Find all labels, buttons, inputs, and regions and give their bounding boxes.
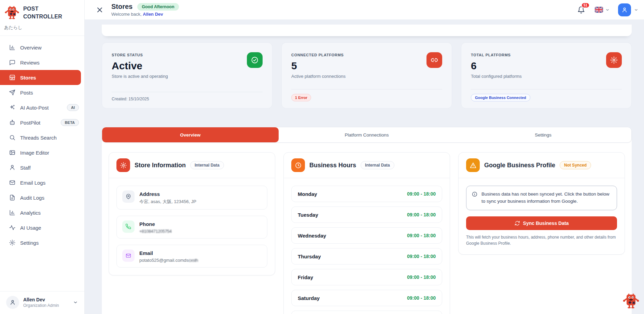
sidebar-item-settings[interactable]: Settings — [0, 235, 84, 250]
day-hours: 09:00 - 18:00 — [407, 191, 436, 197]
sidebar-item-image-editor[interactable]: Image Editor — [0, 145, 84, 160]
card-title: Google Business Profile — [484, 162, 555, 169]
stat-footer: 1 Error — [291, 89, 442, 101]
sidebar-item-analytics[interactable]: Analytics — [0, 205, 84, 220]
sidebar-item-stores[interactable]: Stores — [0, 70, 81, 85]
sidebar-item-posts[interactable]: Posts — [0, 85, 84, 100]
robot-mascot-widget[interactable] — [622, 291, 640, 311]
day-name: Saturday — [298, 295, 320, 301]
notifications-button[interactable]: 51 — [576, 4, 587, 15]
sidebar-item-label: AI Auto-Post — [20, 105, 48, 111]
avatar — [618, 3, 631, 16]
stat-footer: Google Business Connected — [471, 89, 622, 101]
sync-footnote: This will fetch your business hours, add… — [466, 234, 617, 247]
welcome-text: Welcome back, Allen Dev — [111, 12, 179, 17]
day-name: Thursday — [298, 254, 321, 259]
phone-icon — [122, 220, 135, 233]
day-hours: 09:00 - 18:00 — [407, 233, 436, 238]
card-header: Business Hours Internal Data — [284, 153, 450, 178]
day-name: Tuesday — [298, 212, 318, 218]
sidebar-item-email-logs[interactable]: Email Logs — [0, 175, 84, 190]
image-icon — [9, 149, 16, 156]
sidebar-item-threads-search[interactable]: Threads Search — [0, 130, 84, 145]
language-selector[interactable] — [595, 7, 610, 13]
welcome-user-link[interactable]: Allen Dev — [143, 12, 163, 17]
chevron-down-icon — [605, 8, 610, 12]
stat-value: Active — [112, 60, 263, 72]
beta-badge: BETA — [61, 119, 79, 126]
brand: POST CONTROLLER — [0, 0, 84, 22]
greeting-badge: Good Afternoon — [137, 3, 179, 11]
sidebar-item-ai-usage[interactable]: AI Usage — [0, 220, 84, 235]
google-connected-badge: Google Business Connected — [471, 94, 530, 101]
gear-icon — [606, 52, 622, 68]
sidebar-item-label: Threads Search — [20, 135, 57, 141]
stat-description: Active platform connections — [291, 74, 442, 79]
stat-description: Total configured platforms — [471, 74, 622, 79]
stat-label: STORE STATUS — [112, 53, 263, 57]
sidebar-user-menu[interactable]: Allen Dev Organization Admin — [0, 291, 84, 314]
day-name: Monday — [298, 191, 317, 197]
sidebar-item-audit-logs[interactable]: Audit Logs — [0, 190, 84, 205]
stats-row: STORE STATUS Active Store is active and … — [102, 42, 632, 109]
scrolled-card-partial — [102, 25, 632, 36]
top-header: Stores Good Afternoon Welcome back, Alle… — [85, 0, 644, 20]
stat-label: CONNECTED PLATFORMS — [291, 53, 442, 57]
tab-settings[interactable]: Settings — [455, 127, 631, 142]
sync-button-label: Sync Business Data — [523, 220, 569, 226]
sidebar-item-label: Email Logs — [20, 180, 45, 186]
profile-menu[interactable] — [618, 3, 639, 16]
created-date: Created: 15/10/2025 — [112, 92, 263, 101]
stat-description: Store is active and operating — [112, 74, 263, 79]
sidebar-item-label: Settings — [20, 240, 39, 246]
close-icon[interactable] — [96, 6, 104, 14]
link-icon — [426, 52, 442, 68]
user-role: Organization Admin — [23, 303, 59, 308]
info-icon — [472, 191, 478, 205]
hours-row-thursday: Thursday 09:00 - 18:00 — [291, 248, 442, 265]
notification-count-badge: 51 — [581, 2, 590, 8]
sidebar-item-label: Audit Logs — [20, 195, 44, 201]
sidebar-item-reviews[interactable]: Reviews — [0, 55, 84, 70]
user-avatar — [6, 296, 19, 309]
bar-chart-icon — [9, 209, 16, 216]
sidebar-item-label: AI Usage — [20, 225, 41, 231]
connected-platforms-card: CONNECTED PLATFORMS 5 Active platform co… — [281, 42, 452, 109]
phone-row: Phone +8108471205754 — [116, 216, 267, 239]
error-badge: 1 Error — [291, 94, 311, 101]
card-header: Store Information Internal Data — [109, 153, 275, 178]
mail-icon — [122, 249, 135, 262]
tab-overview[interactable]: Overview — [102, 127, 279, 142]
sync-business-data-button[interactable]: Sync Business Data — [466, 216, 617, 230]
activity-icon — [9, 224, 16, 231]
store-detail-panel: Overview Platform Connections Settings S… — [102, 127, 632, 314]
main-content: STORE STATUS Active Store is active and … — [85, 20, 644, 314]
refresh-icon — [515, 220, 520, 226]
internal-data-badge: Internal Data — [361, 161, 394, 169]
address-row: Address 今宮, asas, 大阪, 123456, JP — [116, 186, 267, 210]
total-platforms-card: TOTAL PLATFORMS 6 Total configured platf… — [461, 42, 632, 109]
app-title: POST CONTROLLER — [23, 5, 62, 20]
chevron-down-icon — [634, 8, 639, 12]
sidebar-item-label: Image Editor — [20, 150, 49, 156]
sidebar-item-ai-auto-post[interactable]: AI Auto-Post AI — [0, 100, 84, 115]
sidebar: POST CONTROLLER あたらし Overview Reviews St… — [0, 0, 85, 314]
sidebar-item-postpilot[interactable]: PostPilot BETA — [0, 115, 84, 130]
not-synced-badge: Not Synced — [560, 161, 591, 169]
clock-icon — [291, 158, 305, 172]
user-name: Allen Dev — [23, 297, 59, 302]
sidebar-item-overview[interactable]: Overview — [0, 40, 84, 55]
tab-platform-connections[interactable]: Platform Connections — [279, 127, 455, 142]
robot-logo-icon — [4, 5, 20, 20]
card-body: Address 今宮, asas, 大阪, 123456, JP Phone +… — [109, 178, 275, 275]
day-hours: 09:00 - 18:00 — [407, 212, 436, 217]
stat-label: TOTAL PLATFORMS — [471, 53, 622, 57]
internal-data-badge: Internal Data — [190, 161, 224, 169]
email-label: Email — [139, 249, 198, 256]
welcome-prefix: Welcome back, — [111, 12, 142, 17]
sidebar-item-staff[interactable]: Staff — [0, 160, 84, 175]
mail-icon — [9, 179, 16, 186]
warning-triangle-icon — [466, 158, 480, 172]
organization-name: あたらし — [0, 22, 84, 35]
gear-icon — [116, 158, 130, 172]
